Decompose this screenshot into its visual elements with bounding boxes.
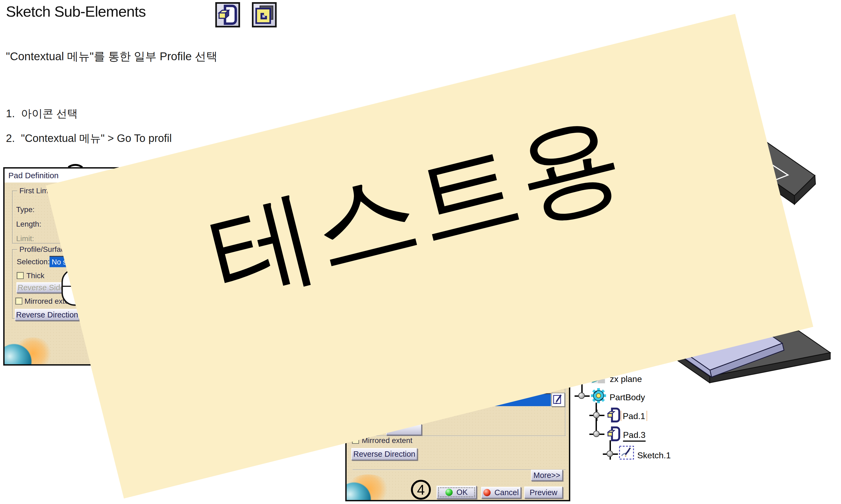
page-canvas: Sketch Sub-Elements "Contextual 메뉴"를 통한 … — [0, 0, 841, 504]
watermark-text: 테스트용 — [196, 89, 638, 326]
thick-checkbox[interactable] — [17, 272, 24, 279]
cancel-button[interactable]: Cancel — [481, 487, 521, 498]
preview-button[interactable]: Preview — [524, 487, 563, 498]
cancel-sphere-icon — [483, 489, 491, 496]
ok-sphere-icon — [445, 489, 453, 496]
tree-junction-expand[interactable] — [606, 450, 614, 458]
mirrored-extent-checkbox[interactable] — [15, 298, 22, 305]
tree-item-pad1-label[interactable]: Pad.1 — [623, 411, 645, 421]
mirrored-extent-label: Mirrored extent — [362, 436, 412, 445]
annotation-circle-arc — [65, 164, 86, 180]
selection-label: Selection: — [17, 257, 50, 266]
thick-label: Thick — [27, 271, 45, 280]
tree-junction[interactable] — [578, 392, 586, 400]
reverse-side-button[interactable]: Reverse Side — [16, 282, 66, 293]
tree-junction-expand[interactable] — [593, 411, 601, 419]
cancel-label: Cancel — [494, 488, 519, 497]
sketch-icon — [618, 445, 635, 460]
pad-icon — [217, 4, 238, 26]
ok-label: OK — [457, 488, 468, 497]
page-title: Sketch Sub-Elements — [6, 3, 145, 20]
edit-selection-button[interactable] — [551, 393, 565, 407]
tree-item-sketch1-label[interactable]: Sketch.1 — [637, 450, 671, 461]
sub-elements-icon — [254, 4, 275, 26]
group-border — [565, 385, 566, 436]
pad-icon — [607, 408, 621, 422]
tree-junction[interactable] — [593, 430, 601, 438]
partbody-gear-icon — [590, 388, 606, 404]
step-number: 2. — [6, 132, 21, 144]
reverse-direction-button[interactable]: Reverse Direction — [351, 448, 417, 460]
selection-tick — [621, 411, 621, 421]
step-text: "Contextual 메뉴" > Go To profil — [21, 132, 172, 144]
page-subtitle: "Contextual 메뉴"를 통한 일부 Profile 선택 — [6, 49, 218, 64]
pad-tool-button[interactable] — [215, 2, 240, 28]
step-text: 아이콘 선택 — [21, 108, 78, 119]
pad-icon — [607, 426, 621, 442]
edit-pencil-icon — [552, 393, 564, 406]
selection-tick — [647, 411, 647, 421]
tree-item-pad3-label[interactable]: Pad.3 — [623, 430, 646, 442]
ok-button[interactable]: OK — [436, 486, 477, 499]
step-number: 1. — [6, 108, 21, 120]
tree-item-partbody-label[interactable]: PartBody — [610, 393, 645, 402]
step-item-1: 1.아이콘 선택 — [6, 106, 78, 121]
limit-label: Limit: — [16, 234, 34, 243]
more-button[interactable]: More>> — [531, 470, 563, 481]
type-label: Type: — [16, 205, 34, 214]
sub-elements-tool-button[interactable] — [252, 2, 277, 28]
step-marker-badge: 4 — [411, 480, 431, 500]
step-item-2: 2."Contextual 메뉴" > Go To profil — [6, 131, 172, 146]
length-label: Length: — [16, 220, 41, 229]
spec-tree: zx plane PartBody Pad.1 — [573, 371, 702, 468]
step-marker-number: 4 — [417, 482, 425, 498]
reverse-direction-button[interactable]: Reverse Direction — [15, 309, 80, 321]
